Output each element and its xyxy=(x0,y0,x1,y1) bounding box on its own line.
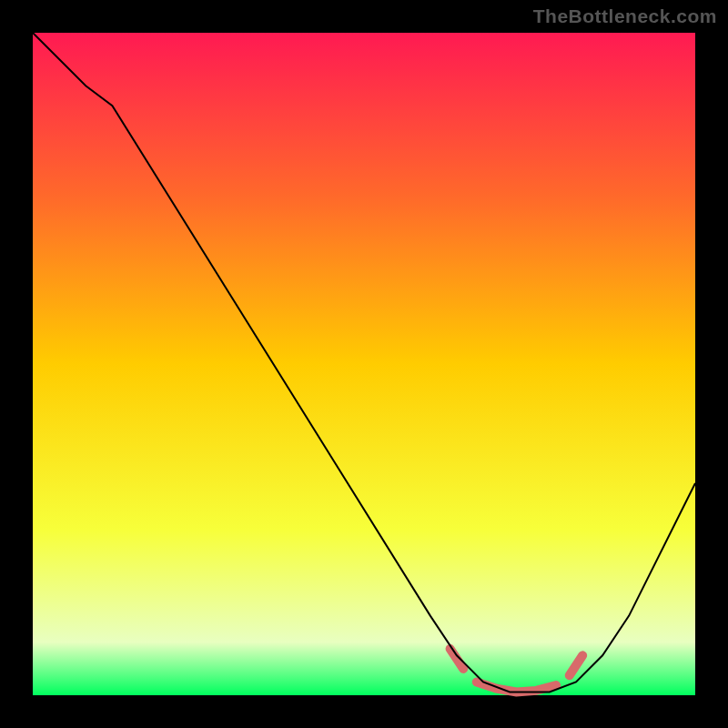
bottleneck-chart xyxy=(0,0,728,728)
chart-container: TheBottleneck.com xyxy=(0,0,728,728)
watermark-text: TheBottleneck.com xyxy=(533,5,717,27)
plot-background xyxy=(33,33,695,695)
